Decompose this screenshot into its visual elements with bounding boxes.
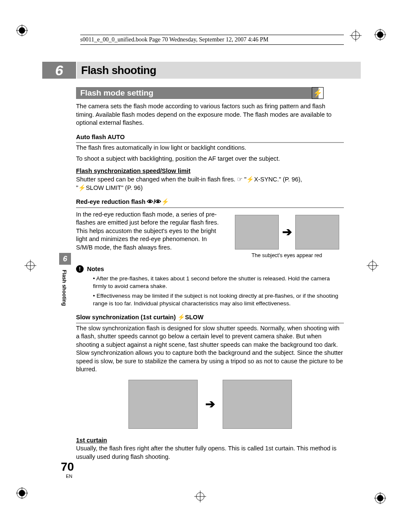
- slow-sync-body: The slow synchronization flash is design…: [76, 324, 344, 374]
- svg-point-15: [377, 495, 384, 502]
- first-curtain-body: Usually, the flash fires right after the…: [76, 444, 344, 461]
- red-eye-body: In the red-eye reduction flash mode, a s…: [76, 211, 221, 259]
- page-number: 70: [61, 460, 74, 474]
- notes-list: After the pre-flashes, it takes about 1 …: [76, 275, 344, 307]
- auto-flash-heading: Auto flash AUTO: [76, 133, 344, 143]
- flash-icon: ⚡: [312, 87, 324, 99]
- chapter-number-badge: 6: [42, 62, 76, 79]
- content-area: The camera sets the flash mode according…: [76, 102, 344, 464]
- slowsync-before-image: [128, 380, 198, 429]
- note-item: After the pre-flashes, it takes about 1 …: [93, 275, 344, 290]
- section-heading: Flash mode setting: [76, 87, 319, 99]
- slowsync-after-image: [223, 380, 292, 429]
- slow-sync-heading: Slow synchronization (1st curtain) ⚡SLOW: [76, 313, 344, 324]
- svg-point-11: [19, 490, 25, 496]
- crosshair-icon: [194, 491, 206, 502]
- svg-point-3: [19, 27, 25, 34]
- chapter-title: Flash shooting: [77, 62, 361, 79]
- side-chapter-tab: 6: [59, 253, 71, 265]
- running-header: s0011_e_00_0_unified.book Page 70 Wednes…: [80, 35, 344, 45]
- note-item: Effectiveness may be limited if the subj…: [93, 292, 344, 307]
- crop-mark-icon: [16, 487, 28, 499]
- crosshair-icon: [350, 30, 362, 41]
- auto-flash-line1: The flash fires automatically in low lig…: [76, 144, 344, 152]
- arrow-right-icon: ➔: [282, 226, 292, 238]
- notes-label: Notes: [87, 265, 104, 274]
- red-eye-caption: The subject's eyes appear red: [230, 252, 344, 259]
- side-chapter-label: Flash shooting: [61, 270, 67, 306]
- auto-flash-line2: To shoot a subject with backlighting, po…: [76, 155, 344, 163]
- crop-mark-icon: [374, 492, 386, 504]
- arrow-right-icon: ➔: [205, 398, 215, 410]
- sync-speed-heading: Flash synchronization speed/Slow limit: [76, 167, 344, 176]
- svg-point-7: [377, 32, 384, 38]
- sync-speed-body: Shutter speed can be changed when the bu…: [76, 176, 344, 192]
- redeye-after-image: [295, 215, 339, 250]
- first-curtain-heading: 1st curtain: [76, 436, 344, 445]
- crosshair-icon: [25, 260, 36, 271]
- red-eye-heading: Red-eye reduction flash 👁/👁⚡: [76, 198, 344, 208]
- crosshair-icon: [367, 260, 378, 271]
- redeye-before-image: [235, 215, 279, 250]
- notes-icon: !: [76, 265, 84, 273]
- page-language: EN: [66, 474, 72, 479]
- crop-mark-icon: [374, 29, 386, 41]
- intro-text: The camera sets the flash mode according…: [76, 102, 344, 127]
- crop-mark-icon: [16, 25, 28, 36]
